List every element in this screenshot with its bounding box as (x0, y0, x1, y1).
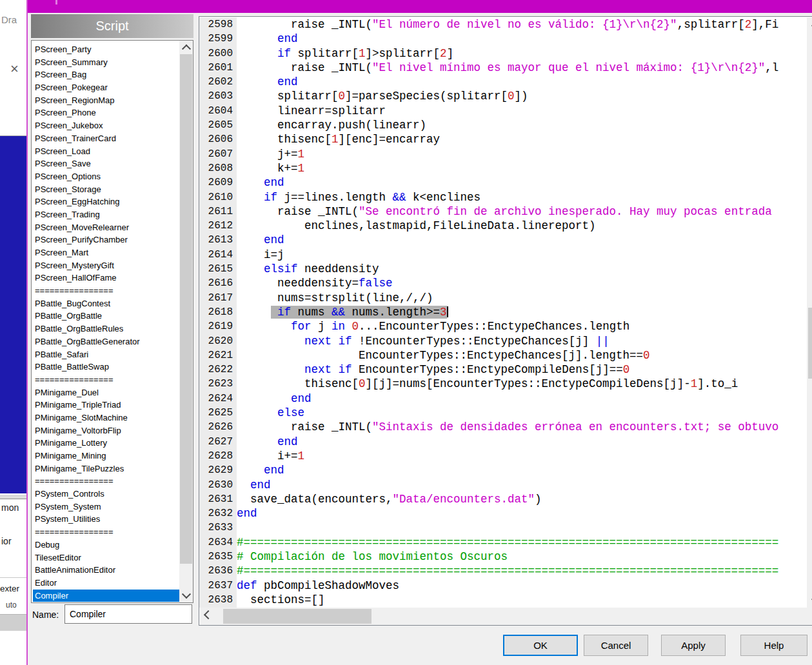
ok-button[interactable]: OK (503, 635, 578, 656)
script-list-item[interactable]: PMinigame_Duel (33, 386, 180, 399)
code-line[interactable]: end (237, 32, 779, 46)
code-vertical-scrollbar[interactable] (807, 17, 812, 608)
script-list-item[interactable]: ================ (33, 373, 180, 386)
script-list-item[interactable]: PScreen_RegionMap (33, 94, 180, 107)
code-line[interactable]: end (237, 75, 779, 89)
scrollbar-thumb[interactable] (223, 609, 371, 624)
script-list-item[interactable]: Compiler (33, 590, 180, 602)
code-line[interactable]: end (237, 233, 779, 247)
script-list-item[interactable]: PScreen_Pokegear (33, 81, 180, 94)
script-list-item[interactable]: PScreen_Options (33, 170, 180, 183)
code-line[interactable]: if nums && nums.length>=3 (237, 305, 779, 319)
code-line[interactable]: if j==lines.length && k<enclines (237, 190, 779, 204)
code-line[interactable]: raise _INTL("Se encontró fin de archivo … (237, 204, 779, 219)
script-list-item[interactable]: PBattle_OrgBattleRules (33, 323, 180, 335)
code-line[interactable]: encarray.push(linearr) (237, 118, 779, 132)
code-line[interactable]: i=j (237, 248, 779, 262)
script-list-item[interactable]: ================ (33, 475, 180, 488)
script-list-item[interactable]: ================ (33, 526, 180, 539)
code-line[interactable]: # Compilación de los movimientos Oscuros (237, 550, 779, 564)
code-line[interactable]: elsif needdensity (237, 262, 779, 276)
script-list-item[interactable]: PBattle_OrgBattle (33, 310, 180, 323)
code-line[interactable]: j+=1 (237, 147, 779, 161)
code-line[interactable]: EncounterTypes::EnctypeChances[j].length… (237, 348, 779, 362)
script-list-item[interactable]: PBattle_BattleSwap (33, 361, 180, 373)
script-list-item[interactable]: PScreen_Load (33, 145, 180, 158)
code-line[interactable]: linearr=splitarr (237, 104, 779, 118)
code-line[interactable]: else (237, 406, 779, 420)
code-line[interactable]: save_data(encounters,"Data/encounters.da… (237, 492, 779, 506)
script-list-item[interactable]: PSystem_Controls (33, 488, 180, 501)
code-text-area[interactable]: raise _INTL("El número de nivel no es vá… (237, 17, 779, 608)
script-list-item[interactable]: PScreen_Party (33, 43, 180, 56)
code-line[interactable]: splitarr[0]=parseSpecies(splitarr[0]) (237, 89, 779, 103)
code-line[interactable]: if splitarr[1]>splitarr[2] (237, 46, 779, 61)
script-list-item[interactable]: PMinigame_SlotMachine (33, 412, 180, 424)
script-list-item[interactable]: PMinigame_VoltorbFlip (33, 424, 180, 437)
cancel-button[interactable]: Cancel (584, 635, 648, 656)
code-line[interactable]: next if !EncounterTypes::EnctypeChances[… (237, 334, 779, 348)
script-list-item[interactable]: PMinigame_Lottery (33, 437, 180, 450)
script-list-item[interactable]: PScreen_MoveRelearner (33, 221, 180, 234)
close-icon[interactable]: × (10, 61, 19, 77)
code-line[interactable]: raise _INTL("El nivel mínimo es mayor qu… (237, 61, 779, 75)
script-list-item[interactable]: PMinigame_TilePuzzles (33, 462, 180, 475)
code-line[interactable]: end (237, 392, 779, 406)
script-list-item[interactable]: Debug (33, 539, 180, 551)
code-line[interactable]: end (237, 506, 779, 521)
code-line[interactable]: end (237, 175, 779, 190)
code-line[interactable]: needdensity=false (237, 276, 779, 290)
code-line[interactable]: i+=1 (237, 449, 779, 463)
code-line[interactable]: raise _INTL("Sintaxis de densidades erró… (237, 420, 779, 434)
script-list-item[interactable]: PScreen_MysteryGift (33, 259, 180, 272)
scroll-up-button[interactable] (807, 17, 812, 30)
scroll-right-button[interactable] (807, 608, 812, 625)
scroll-down-button[interactable] (807, 595, 812, 608)
script-list-item[interactable]: PScreen_Trading (33, 208, 180, 221)
scroll-left-button[interactable] (200, 608, 217, 625)
script-list-item[interactable]: PScreen_Summary (33, 56, 180, 69)
script-list-item[interactable]: PMinigame_TripleTriad (33, 399, 180, 412)
code-line[interactable]: end (237, 463, 779, 477)
script-list-item[interactable]: BattleAnimationEditor (33, 564, 180, 577)
code-line[interactable]: def pbCompileShadowMoves (237, 579, 779, 593)
script-list-item[interactable]: PScreen_PurifyChamber (33, 233, 180, 246)
script-list-item[interactable]: Editor (33, 577, 180, 590)
scrollbar-thumb[interactable] (180, 54, 192, 564)
scroll-up-button[interactable] (179, 41, 193, 54)
script-list-item[interactable]: PScreen_EggHatching (33, 195, 180, 208)
script-list-item[interactable]: PSystem_Utilities (33, 513, 180, 526)
dialog-title-bar[interactable] (28, 0, 812, 13)
apply-button[interactable]: Apply (661, 635, 726, 656)
code-line[interactable]: nums=strsplit(line,/,/) (237, 291, 779, 305)
code-line[interactable]: end (237, 435, 779, 449)
script-list-item[interactable]: TilesetEditor (33, 551, 180, 564)
code-line[interactable]: k+=1 (237, 161, 779, 175)
script-list-item[interactable]: PScreen_Storage (33, 183, 180, 196)
script-list-item[interactable]: PScreen_Mart (33, 246, 180, 259)
script-list-item[interactable]: PScreen_TrainerCard (33, 132, 180, 145)
script-list-item[interactable]: PScreen_HallOfFame (33, 272, 180, 284)
script-list-scrollbar[interactable] (179, 41, 193, 602)
code-line[interactable]: end (237, 478, 779, 492)
script-list-item[interactable]: PScreen_Save (33, 157, 180, 170)
script-list-item[interactable]: PBattle_OrgBattleGenerator (33, 335, 180, 348)
code-line[interactable]: enclines,lastmapid,FileLineData.linerepo… (237, 219, 779, 233)
script-list-item[interactable]: PScreen_Phone (33, 106, 180, 119)
code-horizontal-scrollbar[interactable] (200, 608, 812, 625)
code-line[interactable]: #=======================================… (237, 535, 779, 550)
code-editor[interactable]: 2598259926002601260226032604260526062607… (199, 16, 812, 626)
script-list-item[interactable]: PBattle_BugContest (33, 297, 180, 310)
scroll-down-button[interactable] (179, 590, 193, 602)
code-line[interactable]: next if EncounterTypes::EnctypeCompileDe… (237, 362, 779, 377)
code-line[interactable]: for j in 0...EncounterTypes::EnctypeChan… (237, 319, 779, 333)
script-list-item[interactable]: PBattle_Safari (33, 348, 180, 361)
code-line[interactable]: thisenc[1][enc]=encarray (237, 132, 779, 146)
code-line[interactable] (237, 521, 779, 535)
code-line[interactable]: thisenc[0][j]=nums[EncounterTypes::Encty… (237, 377, 779, 391)
script-list-item[interactable]: ================ (33, 284, 180, 297)
help-button[interactable]: Help (740, 635, 807, 656)
scrollbar-thumb[interactable] (808, 308, 812, 379)
script-name-input[interactable] (64, 604, 192, 624)
code-line[interactable]: #=======================================… (237, 564, 779, 578)
